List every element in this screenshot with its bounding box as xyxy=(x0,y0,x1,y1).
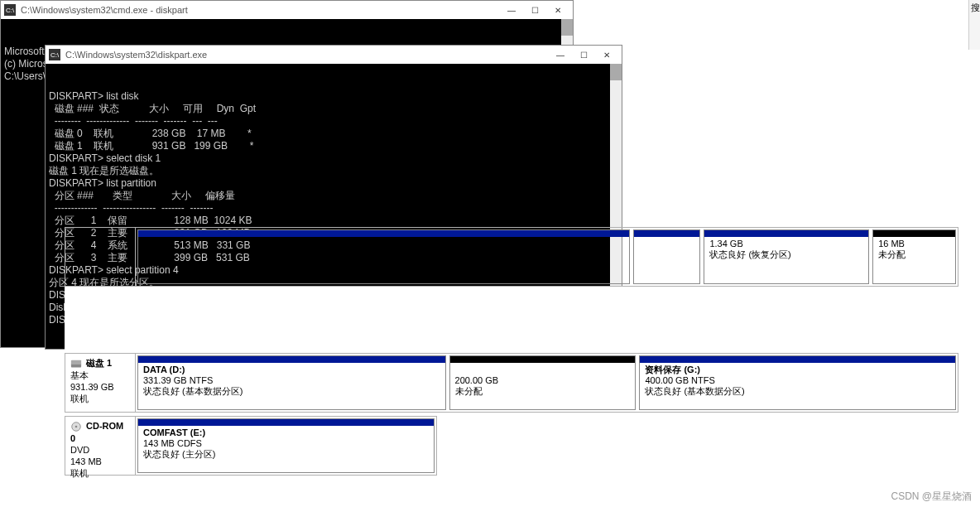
disk-type: DVD xyxy=(70,445,89,455)
console-line: -------- ------------- ------- ------- -… xyxy=(49,115,618,128)
console-line: 分区 1 保留 128 MB 1024 KB xyxy=(49,215,618,227)
console-line: DISKPART> select disk 1 xyxy=(49,152,618,165)
right-sidebar-fragment: 搜 xyxy=(968,0,980,50)
min-button[interactable]: — xyxy=(500,1,523,19)
console-line: DISKPART> list partition xyxy=(49,177,618,190)
max-button[interactable]: ☐ xyxy=(572,46,595,64)
disk0-row[interactable]: 1.34 GB 状态良好 (恢复分区) 16 MB 未分配 xyxy=(65,227,958,287)
partition-size: 16 MB xyxy=(878,239,950,249)
close-button[interactable]: ✕ xyxy=(595,46,618,64)
cdrom-partition[interactable]: COMFAST (E:) 143 MB CDFS 状态良好 (主分区) xyxy=(137,418,435,473)
partition-label: 资料保存 (G:) xyxy=(645,365,700,374)
cdrom-icon xyxy=(70,421,82,432)
disk-size: 931.39 GB xyxy=(70,382,114,392)
watermark: CSDN @星星烧酒 xyxy=(891,490,972,504)
disk0-partition[interactable] xyxy=(633,229,700,284)
console-line: 磁盘 1 现在是所选磁盘。 xyxy=(49,165,618,177)
svg-rect-1 xyxy=(71,360,81,365)
partition-status: 状态良好 (恢复分区) xyxy=(709,249,863,260)
cdrom-info: CD-ROM 0 DVD 143 MB 联机 xyxy=(65,417,136,475)
partition-status: 状态良好 (基本数据分区) xyxy=(645,386,744,396)
disk0-partition[interactable] xyxy=(137,229,630,284)
console-line: 磁盘 0 联机 238 GB 17 MB * xyxy=(49,128,618,140)
diskpart-titlebar[interactable]: C:\ C:\Windows\system32\diskpart.exe — ☐… xyxy=(46,46,622,64)
disk-management: 1.34 GB 状态良好 (恢复分区) 16 MB 未分配 磁盘 1 基本 93… xyxy=(65,287,958,479)
partition-status: 状态良好 (基本数据分区) xyxy=(143,386,243,396)
disk1-info: 磁盘 1 基本 931.39 GB 联机 xyxy=(65,354,136,412)
partition-size: 200.00 GB xyxy=(455,375,499,385)
console-line: 磁盘 1 联机 931 GB 199 GB * xyxy=(49,140,618,152)
disk1-row[interactable]: 磁盘 1 基本 931.39 GB 联机 DATA (D:) 331.39 GB… xyxy=(65,353,958,413)
partition-status: 状态良好 (主分区) xyxy=(143,449,215,459)
disk-name: 磁盘 1 xyxy=(86,358,112,368)
cmd-icon: C:\ xyxy=(4,4,16,16)
partition-size: 400.00 GB NTFS xyxy=(645,375,714,385)
scroll-thumb[interactable] xyxy=(561,19,573,36)
max-button[interactable]: ☐ xyxy=(523,1,546,19)
disk1-g-partition[interactable]: 资料保存 (G:) 400.00 GB NTFS 状态良好 (基本数据分区) xyxy=(639,355,956,410)
console-line: 磁盘 ### 状态 大小 可用 Dyn Gpt xyxy=(49,103,618,115)
disk0-info xyxy=(65,228,136,286)
cdrom-row[interactable]: CD-ROM 0 DVD 143 MB 联机 COMFAST (E:) 143 … xyxy=(65,416,437,476)
partition-status: 未分配 xyxy=(878,249,950,260)
partition-label: DATA (D:) xyxy=(143,365,185,374)
disk1-unallocated[interactable]: 200.00 GB 未分配 xyxy=(449,355,637,410)
min-button[interactable]: — xyxy=(549,46,572,64)
partition-size: 331.39 GB NTFS xyxy=(143,375,213,385)
partition-label: COMFAST (E:) xyxy=(143,427,205,437)
scroll-thumb[interactable] xyxy=(610,64,622,80)
cmd-title: C:\Windows\system32\cmd.exe - diskpart xyxy=(21,5,500,15)
partition-size: 1.34 GB xyxy=(709,239,863,249)
disk-state: 联机 xyxy=(70,468,89,478)
disk-type: 基本 xyxy=(70,370,89,380)
disk-icon xyxy=(70,358,82,369)
partition-size: 143 MB CDFS xyxy=(143,438,202,448)
console-line: 分区 ### 类型 大小 偏移量 xyxy=(49,190,618,202)
console-line: DISKPART> list disk xyxy=(49,90,618,103)
diskpart-title: C:\Windows\system32\diskpart.exe xyxy=(65,50,549,60)
disk0-recovery-partition[interactable]: 1.34 GB 状态良好 (恢复分区) xyxy=(704,229,869,284)
disk-state: 联机 xyxy=(70,394,89,403)
disk1-data-partition[interactable]: DATA (D:) 331.39 GB NTFS 状态良好 (基本数据分区) xyxy=(137,355,446,410)
disk-size: 143 MB xyxy=(70,456,102,466)
disk0-unallocated[interactable]: 16 MB 未分配 xyxy=(872,229,956,284)
partition-status: 未分配 xyxy=(455,386,483,396)
close-button[interactable]: ✕ xyxy=(546,1,569,19)
cmd-titlebar[interactable]: C:\ C:\Windows\system32\cmd.exe - diskpa… xyxy=(1,1,573,19)
console-line: ------------- ---------------- ------- -… xyxy=(49,202,618,215)
svg-point-3 xyxy=(75,426,78,428)
diskpart-icon: C:\ xyxy=(49,49,60,60)
